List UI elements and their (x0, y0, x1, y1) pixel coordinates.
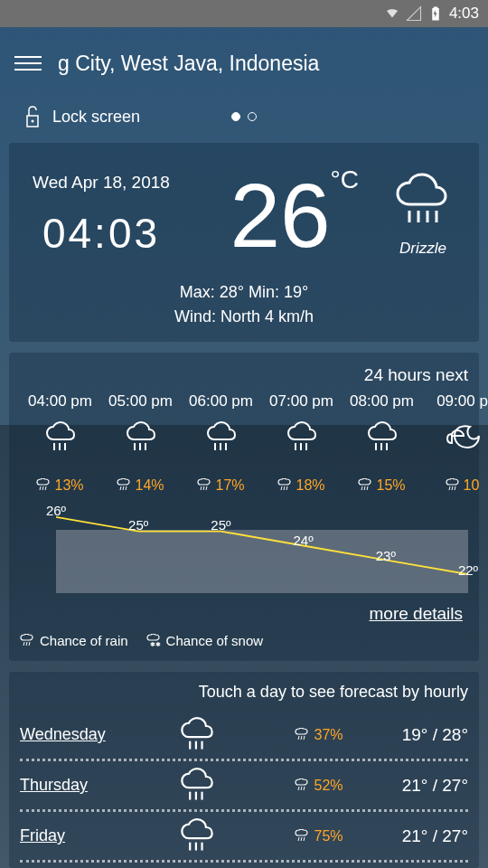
page-dot-0[interactable] (231, 112, 240, 121)
daily-day: Thursday (20, 776, 124, 795)
chart-temp-label: 25º (211, 517, 230, 533)
rain-chance-icon (277, 478, 292, 493)
rain-chance-icon (295, 728, 309, 742)
daily-temp-range: 21° / 27° (369, 776, 468, 796)
rain-chance-icon (20, 634, 34, 648)
now-wind: Wind: North 4 km/h (20, 305, 468, 329)
hourly-precip: 10 (422, 477, 488, 494)
hourly-forecast-card: 24 hours next 04:00 pm13%05:00 pm14%06:0… (9, 353, 479, 661)
rain-icon (364, 421, 400, 454)
svg-line-5 (23, 642, 24, 646)
more-details-link[interactable]: more details (20, 604, 463, 624)
hourly-temperature-chart: 26º25º25º24º23º22º (56, 503, 468, 593)
rain-chance-icon (117, 478, 131, 493)
daily-precip: 75% (269, 828, 369, 844)
status-time: 4:03 (449, 5, 479, 23)
hourly-item[interactable]: 08:00 pm15% (342, 392, 422, 494)
rain-chance-icon (197, 478, 211, 493)
menu-button[interactable] (14, 56, 42, 71)
svg-line-6 (26, 642, 27, 646)
rain-icon (284, 421, 320, 454)
daily-precip: 37% (269, 727, 369, 743)
hourly-precip: 17% (181, 477, 261, 494)
hourly-precip: 14% (100, 477, 181, 494)
hourly-time: 05:00 pm (100, 392, 181, 410)
now-time: 04:03 (20, 209, 183, 258)
hourly-item[interactable]: 05:00 pm14% (100, 392, 181, 494)
rain-chance-icon (358, 478, 372, 493)
svg-line-7 (29, 642, 30, 646)
rain-icon (176, 717, 218, 753)
app-header: g City, West Java, Indonesia (0, 27, 488, 99)
hourly-time: 07:00 pm (261, 392, 342, 410)
hourly-precip: 13% (20, 477, 100, 494)
hourly-time: 06:00 pm (181, 392, 261, 410)
cloud-moon-icon (445, 421, 481, 454)
chart-temp-label: 25º (128, 517, 148, 533)
hourly-item[interactable]: 04:00 pm13% (20, 392, 100, 494)
daily-row[interactable]: Friday75%21° / 27° (20, 812, 468, 863)
lock-screen-button[interactable]: Lock screen (22, 103, 140, 130)
now-condition: Drizzle (378, 240, 468, 258)
hourly-time: 08:00 pm (342, 392, 422, 410)
now-datetime: Wed Apr 18, 2018 04:03 (20, 173, 183, 258)
rain-chance-icon (36, 478, 51, 493)
rain-icon (42, 421, 79, 454)
rain-chance-icon (446, 478, 460, 493)
chart-temp-label: 22º (458, 562, 478, 578)
rain-chance-icon (295, 778, 309, 793)
hourly-precip: 15% (342, 477, 422, 494)
daily-forecast-card: Touch a day to see forecast by hourly We… (9, 672, 479, 868)
daily-precip: 52% (269, 778, 369, 794)
rain-icon (203, 421, 239, 454)
hourly-time: 09:00 p (422, 392, 488, 410)
unlock-icon (22, 103, 43, 130)
snow-chance-icon: ✱✱ (146, 634, 161, 648)
status-bar: 4:03 (0, 0, 488, 27)
now-maxmin: Max: 28° Min: 19° (20, 280, 468, 305)
signal-icon (406, 5, 422, 22)
hourly-time: 04:00 pm (20, 392, 100, 410)
chart-temp-label: 26º (46, 503, 66, 518)
daily-row[interactable]: Thursday52%21° / 27° (20, 761, 468, 812)
hourly-title: 24 hours next (20, 365, 468, 385)
rain-icon (391, 173, 455, 227)
battery-charging-icon (427, 5, 444, 22)
now-temperature: 26°C (183, 164, 378, 268)
current-weather-card: Wed Apr 18, 2018 04:03 26°C Drizzle Max:… (9, 143, 479, 342)
rain-chance-icon (295, 829, 309, 844)
hourly-item[interactable]: 09:00 p10 (422, 392, 488, 494)
chart-temp-label: 23º (376, 548, 396, 563)
chart-temp-label: 24º (294, 533, 314, 548)
hourly-scroll[interactable]: 04:00 pm13%05:00 pm14%06:00 pm17%07:00 p… (20, 392, 468, 494)
location-title: g City, West Java, Indonesia (58, 52, 319, 76)
wifi-icon (384, 5, 400, 22)
page-dot-1[interactable] (248, 112, 257, 121)
daily-temp-range: 19° / 28° (369, 725, 468, 745)
lock-screen-label: Lock screen (52, 108, 140, 127)
page-indicator[interactable] (231, 112, 257, 121)
hourly-item[interactable]: 07:00 pm18% (261, 392, 342, 494)
daily-title: Touch a day to see forecast by hourly (20, 683, 468, 702)
hourly-legend: Chance of rain ✱✱ Chance of snow (20, 633, 468, 648)
daily-row[interactable]: Wednesday37%19° / 28° (20, 711, 468, 761)
svg-text:✱✱: ✱✱ (150, 641, 161, 647)
rain-icon (123, 421, 159, 454)
daily-day: Wednesday (20, 725, 124, 744)
daily-temp-range: 21° / 27° (369, 826, 468, 846)
rain-icon (176, 768, 218, 804)
hourly-item[interactable]: 06:00 pm17% (181, 392, 261, 494)
now-date: Wed Apr 18, 2018 (20, 173, 183, 193)
hourly-precip: 18% (261, 477, 342, 494)
svg-point-0 (32, 120, 34, 123)
rain-icon (176, 818, 218, 854)
daily-day: Friday (20, 826, 124, 845)
